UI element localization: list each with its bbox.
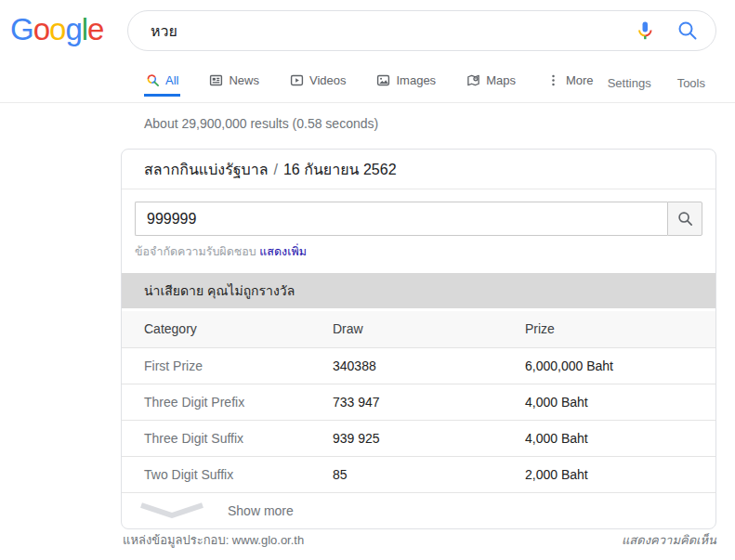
- tab-images[interactable]: Images: [374, 71, 438, 97]
- result-banner: น่าเสียดาย คุณไม่ถูกรางวัล: [122, 273, 715, 308]
- tools-link[interactable]: Tools: [677, 76, 705, 90]
- col-prize: Prize: [525, 311, 715, 347]
- tab-videos[interactable]: Videos: [288, 71, 348, 97]
- disclaimer-text: ข้อจำกัดความรับผิดชอบ: [135, 245, 256, 258]
- microphone-icon[interactable]: [634, 20, 656, 42]
- search-submit-icon[interactable]: [676, 20, 699, 42]
- tab-label: News: [229, 73, 259, 87]
- videos-icon: [290, 73, 304, 87]
- tab-maps[interactable]: Maps: [465, 71, 518, 97]
- tab-label: Maps: [486, 73, 516, 87]
- tab-news[interactable]: News: [207, 71, 261, 97]
- cell-draw: 340388: [333, 347, 525, 384]
- search-input[interactable]: [151, 22, 613, 39]
- tab-label: All: [165, 73, 178, 87]
- prize-table: Category Draw Prize First Prize 340388 6…: [122, 311, 715, 492]
- result-tabs: All News Videos Imag: [144, 71, 596, 97]
- search-bar: [127, 10, 716, 51]
- tab-all[interactable]: All: [144, 71, 180, 97]
- table-row: Three Digit Prefix 733 947 4,000 Baht: [122, 384, 715, 420]
- cell-category: First Prize: [122, 347, 333, 384]
- cell-prize: 4,000 Baht: [525, 384, 715, 420]
- cell-draw: 85: [333, 456, 525, 492]
- cell-draw: 733 947: [333, 384, 525, 420]
- disclaimer-row: ข้อจำกัดความรับผิดชอบ แสดงเพิ่ม: [122, 236, 715, 273]
- logo-letter: o: [33, 12, 49, 46]
- disclaimer-show-more-link[interactable]: แสดงเพิ่ม: [259, 245, 307, 258]
- more-vertical-icon: [546, 73, 560, 87]
- lottery-widget-card: สลากกินแบ่งรัฐบาล/16 กันยายน 2562 ข้อจำก…: [121, 149, 716, 529]
- logo-letter: e: [87, 12, 103, 46]
- settings-link[interactable]: Settings: [608, 76, 651, 90]
- google-logo[interactable]: Google: [10, 12, 103, 47]
- table-row: First Prize 340388 6,000,000 Baht: [122, 347, 715, 384]
- images-icon: [376, 73, 390, 87]
- google-serp-page: Google All: [0, 0, 735, 560]
- result-stats: About 29,900,000 results (0.58 seconds): [144, 116, 378, 131]
- col-category: Category: [122, 311, 333, 347]
- cell-prize: 4,000 Baht: [525, 420, 715, 456]
- ticket-lookup-row: [122, 189, 715, 236]
- show-more-button[interactable]: Show more: [122, 492, 715, 528]
- table-row: Three Digit Suffix 939 925 4,000 Baht: [122, 420, 715, 456]
- result-banner-text: น่าเสียดาย คุณไม่ถูกรางวัล: [144, 280, 295, 301]
- draw-date: 16 กันยายน 2562: [283, 162, 397, 177]
- header-links: Settings Tools: [608, 76, 705, 90]
- feedback-link[interactable]: แสดงความคิดเห็น: [622, 530, 716, 550]
- logo-letter: o: [49, 12, 65, 46]
- tab-label: Videos: [309, 73, 347, 87]
- cell-prize: 2,000 Baht: [525, 456, 715, 492]
- ticket-number-input[interactable]: [135, 202, 667, 236]
- cell-prize: 6,000,000 Baht: [525, 347, 715, 384]
- col-draw: Draw: [333, 311, 525, 347]
- cell-category: Two Digit Suffix: [122, 456, 333, 492]
- logo-letter: g: [65, 12, 81, 46]
- logo-letter: G: [10, 12, 33, 46]
- lookup-search-icon: [676, 210, 694, 228]
- tab-label: More: [566, 73, 594, 87]
- news-icon: [209, 73, 223, 87]
- tab-more[interactable]: More: [545, 71, 596, 97]
- data-source-text: แหล่งข้อมูลประกอบ: www.glo.or.th: [123, 530, 304, 550]
- cell-category: Three Digit Suffix: [122, 420, 333, 456]
- cell-category: Three Digit Prefix: [122, 384, 333, 420]
- header-divider: [0, 102, 735, 103]
- tab-label: Images: [396, 73, 436, 87]
- table-row: Two Digit Suffix 85 2,000 Baht: [122, 456, 715, 492]
- title-separator: /: [269, 162, 283, 177]
- show-more-label: Show more: [228, 503, 294, 518]
- chevron-down-icon: [138, 502, 205, 519]
- all-search-icon: [146, 73, 160, 87]
- lottery-card-header: สลากกินแบ่งรัฐบาล/16 กันยายน 2562: [122, 150, 715, 189]
- ticket-lookup-button[interactable]: [667, 202, 702, 236]
- lottery-title: สลากกินแบ่งรัฐบาล: [144, 162, 269, 177]
- card-footer: แหล่งข้อมูลประกอบ: www.glo.or.th แสดงควา…: [123, 530, 716, 550]
- prize-table-header-row: Category Draw Prize: [122, 311, 715, 347]
- cell-draw: 939 925: [333, 420, 525, 456]
- maps-icon: [466, 73, 480, 87]
